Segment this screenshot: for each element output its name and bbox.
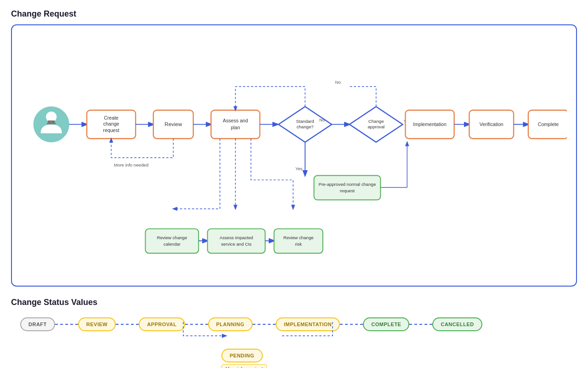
svg-text:No: No bbox=[335, 80, 340, 85]
pending-subtext: More info required Waiting on vendor bbox=[221, 364, 267, 368]
status-complete: COMPLETE bbox=[363, 317, 409, 331]
connector-5 bbox=[340, 324, 363, 325]
pending-connector-svg bbox=[20, 322, 342, 363]
svg-text:Review change: Review change bbox=[157, 235, 187, 240]
svg-rect-30 bbox=[314, 175, 380, 200]
svg-text:request: request bbox=[103, 127, 119, 133]
svg-text:Change: Change bbox=[368, 119, 384, 124]
svg-text:Review change: Review change bbox=[283, 235, 314, 240]
svg-text:change: change bbox=[103, 121, 119, 126]
svg-rect-54 bbox=[274, 229, 323, 253]
svg-text:Yes: Yes bbox=[295, 166, 303, 171]
svg-rect-2 bbox=[48, 121, 55, 123]
status-title: Change Status Values bbox=[11, 298, 577, 307]
pending-section: PENDING More info required Waiting on ve… bbox=[20, 331, 568, 368]
svg-text:Pre-approved normal change: Pre-approved normal change bbox=[318, 182, 376, 187]
svg-text:Implementation: Implementation bbox=[413, 121, 447, 127]
svg-text:service and CIs: service and CIs bbox=[221, 242, 252, 247]
svg-text:calendar: calendar bbox=[164, 242, 181, 247]
diagram-svg: Create change request Review More info n… bbox=[21, 34, 567, 276]
svg-text:Standard: Standard bbox=[296, 119, 314, 124]
status-section: DRAFT REVIEW APPROVAL PLANNING IMPLEMENT… bbox=[11, 313, 577, 368]
svg-text:Complete: Complete bbox=[538, 121, 559, 127]
svg-text:plan: plan bbox=[231, 125, 240, 130]
page: Change Request bbox=[0, 0, 588, 368]
svg-text:change?: change? bbox=[297, 124, 314, 129]
diagram-title: Change Request bbox=[11, 9, 577, 19]
svg-text:Assess and: Assess and bbox=[223, 118, 248, 123]
svg-text:approval: approval bbox=[368, 124, 384, 129]
status-cancelled: CANCELLED bbox=[432, 317, 482, 331]
svg-rect-46 bbox=[145, 229, 198, 253]
svg-text:request: request bbox=[340, 188, 355, 193]
actor-node bbox=[34, 107, 69, 142]
svg-text:Review: Review bbox=[164, 121, 182, 127]
svg-rect-50 bbox=[208, 229, 266, 253]
svg-text:Create: Create bbox=[104, 115, 119, 121]
connector-6 bbox=[409, 324, 432, 325]
svg-text:risk: risk bbox=[295, 242, 302, 247]
svg-rect-3 bbox=[47, 123, 56, 125]
svg-text:More info needed: More info needed bbox=[114, 162, 148, 167]
diagram-container: Create change request Review More info n… bbox=[11, 24, 577, 287]
svg-text:Verification: Verification bbox=[480, 121, 503, 127]
svg-text:Assess impacted: Assess impacted bbox=[220, 235, 253, 240]
svg-text:No: No bbox=[319, 117, 325, 122]
